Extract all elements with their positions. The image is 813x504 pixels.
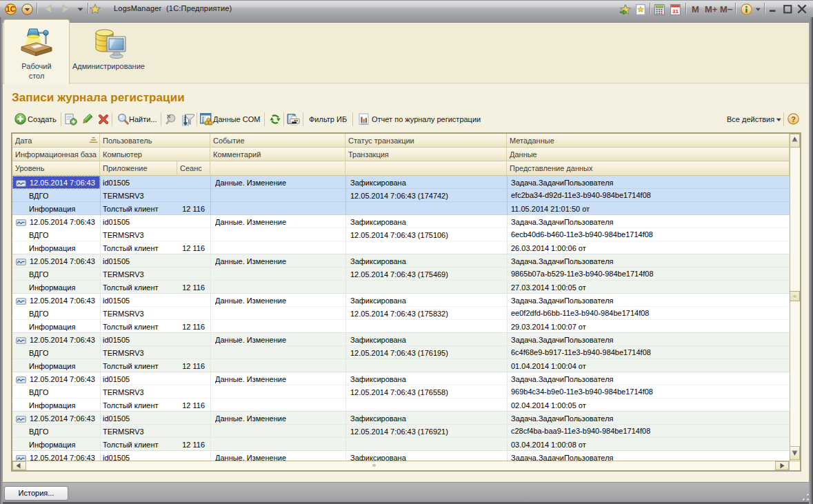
svg-text:31: 31 xyxy=(672,8,679,14)
svg-text:?: ? xyxy=(791,115,796,123)
